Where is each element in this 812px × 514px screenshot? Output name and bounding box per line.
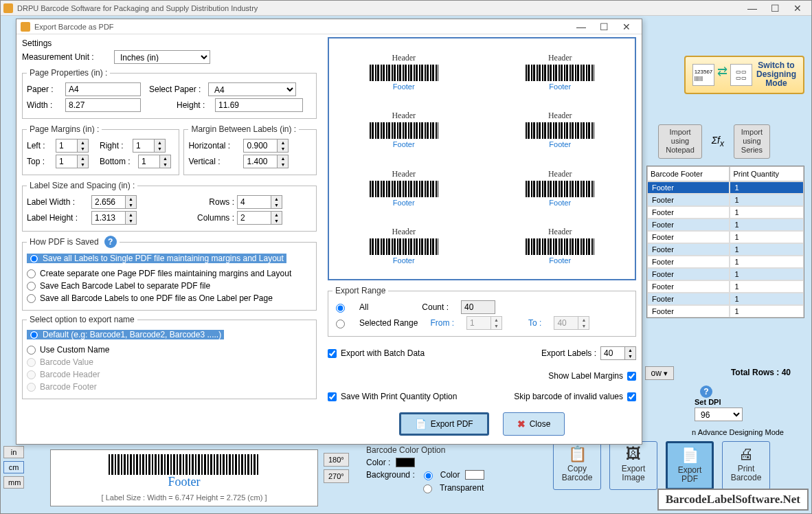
label-height-label: Label Height : [27, 213, 89, 223]
save-opt-3[interactable]: Save Each Barcode Label to separate PDF … [27, 281, 312, 291]
table-row: Footer1 [647, 280, 804, 293]
preview-cell: HeaderFooter [336, 161, 472, 214]
margin-bottom-spinner[interactable]: ▲▼ [138, 155, 171, 168]
width-input[interactable] [65, 98, 141, 112]
copy-barcode-button[interactable]: 📋Copy Barcode [553, 441, 601, 490]
name-opt-custom[interactable]: Use Custom Name [27, 345, 312, 355]
columns-spinner[interactable]: ▲▼ [237, 211, 282, 225]
col-footer[interactable]: Barcode Footer [647, 166, 730, 181]
show-margins-checkbox[interactable] [627, 372, 636, 381]
dialog-maximize-button[interactable]: ☐ [600, 21, 609, 32]
from-label: From : [430, 318, 454, 328]
measurement-unit-select[interactable]: Inches (in) [114, 50, 210, 64]
name-opt-value: Barcode Value [27, 357, 312, 367]
margin-right-label: Right : [100, 141, 130, 150]
col-qty[interactable]: Print Quantity [730, 166, 804, 181]
data-table[interactable]: Barcode FooterPrint Quantity Footer1 Foo… [646, 166, 804, 318]
rotate-270-button[interactable]: 270° [324, 469, 349, 483]
label-size-group: Label Size and Spacing (in) : Label Widt… [22, 181, 317, 232]
maximize-button[interactable]: ☐ [771, 3, 780, 14]
name-opt-header: Barcode Header [27, 370, 312, 379]
paper-label: Paper : [27, 85, 63, 94]
export-pdf-button[interactable]: 📄Export PDF [399, 412, 489, 436]
margin-left-spinner[interactable]: ▲▼ [56, 139, 89, 153]
table-row: Footer1 [647, 181, 804, 194]
name-opt-default[interactable]: Default (e.g: Barcode1, Barcode2, Barcod… [27, 330, 224, 339]
to-label: To : [528, 318, 541, 328]
rotate-180-button[interactable]: 180° [324, 453, 349, 467]
bg-color-swatch[interactable] [465, 470, 484, 480]
bg-color-radio[interactable] [424, 471, 433, 480]
width-label: Width : [27, 100, 63, 110]
label-width-spinner[interactable]: ▲▼ [91, 195, 137, 209]
save-opt-2[interactable]: Create separate one Page PDF files maint… [27, 269, 312, 278]
unit-mm-button[interactable]: mm [3, 476, 24, 489]
series-formula-icon: Σfx [708, 135, 728, 148]
color-swatch[interactable] [396, 458, 415, 467]
close-dialog-button[interactable]: ✖Close [503, 412, 565, 436]
label-size-text: [ Label Size : Width = 6.747 Height = 2.… [55, 493, 313, 502]
advance-mode-text: n Advance Designing Mode [692, 428, 784, 436]
page-properties-group: Page Properties (in) : Paper : Select Pa… [22, 68, 317, 119]
paper-input[interactable] [65, 82, 141, 96]
dpi-select[interactable]: 96 [695, 407, 743, 421]
horizontal-spinner[interactable]: ▲▼ [243, 139, 289, 153]
export-image-button[interactable]: 🖼Export Image [609, 441, 657, 490]
set-dpi-label: Set DPI [695, 398, 743, 406]
export-batch-checkbox[interactable] [328, 349, 337, 358]
close-icon: ✖ [517, 418, 526, 429]
to-spinner: ▲▼ [554, 316, 589, 330]
rows-label: Rows : [201, 197, 234, 207]
margin-top-spinner[interactable]: ▲▼ [56, 155, 89, 168]
dialog-minimize-button[interactable]: — [576, 21, 586, 32]
margin-top-label: Top : [27, 157, 53, 166]
unit-cm-button[interactable]: cm [3, 461, 24, 473]
export-labels-spinner[interactable]: ▲▼ [600, 346, 636, 360]
export-labels-label: Export Labels : [541, 348, 596, 358]
skip-invalid-checkbox[interactable] [627, 392, 636, 401]
how-saved-legend: How PDF is Saved? [27, 236, 120, 248]
range-all-radio[interactable] [336, 304, 345, 313]
preview-cell: HeaderFooter [493, 220, 629, 273]
export-pdf-dialog: Export Barcode as PDF — ☐ ✕ Settings Mea… [16, 19, 642, 445]
bg-preview-footer: Footer [55, 475, 313, 489]
horizontal-label: Horizontal : [188, 141, 240, 150]
export-range-legend: Export Range [332, 286, 388, 295]
save-opt-1[interactable]: Save all Labels to Single PDF file maint… [27, 254, 286, 263]
import-series-button[interactable]: Import using Series [734, 124, 770, 159]
export-pdf-button-bg[interactable]: 📄Export PDF [666, 441, 714, 490]
unit-in-button[interactable]: in [3, 446, 24, 458]
preview-cell: HeaderFooter [336, 45, 472, 98]
pdf-export-icon: 📄 [415, 418, 427, 429]
row-dropdown[interactable]: ow ▾ [645, 366, 674, 380]
vertical-spinner[interactable]: ▲▼ [243, 155, 289, 168]
select-paper-select[interactable]: A4 [208, 82, 296, 96]
height-input[interactable] [215, 98, 303, 112]
margin-right-spinner[interactable]: ▲▼ [133, 139, 166, 153]
count-input [461, 300, 495, 314]
margin-between-group: Margin Between Labels (in) : Horizontal … [183, 124, 317, 175]
how-saved-help-icon[interactable]: ? [104, 236, 117, 248]
rows-spinner[interactable]: ▲▼ [237, 195, 282, 209]
mode-icon-barcode: 123567|||||| [692, 64, 714, 86]
switch-mode-button[interactable]: 123567|||||| ⇄ ▭▭▭▭ Switch to Designing … [684, 56, 804, 94]
margin-between-legend: Margin Between Labels (in) : [188, 124, 299, 134]
close-button[interactable]: ✕ [793, 3, 802, 14]
preview-cell: HeaderFooter [493, 161, 629, 214]
label-height-spinner[interactable]: ▲▼ [91, 211, 137, 225]
export-name-group: Select option to export name Default (e.… [22, 315, 317, 399]
import-notepad-button[interactable]: Import using Notepad [658, 124, 702, 159]
print-barcode-button[interactable]: 🖨Print Barcode [722, 441, 770, 490]
preview-cell: HeaderFooter [336, 104, 472, 157]
page-properties-legend: Page Properties (in) : [27, 68, 110, 78]
dpi-help-icon[interactable]: ? [700, 386, 712, 398]
dialog-close-button[interactable]: ✕ [622, 21, 631, 32]
minimize-button[interactable]: — [747, 3, 757, 14]
color-option-legend: Barcode Color Option [366, 445, 495, 455]
range-selected-radio[interactable] [336, 320, 345, 328]
export-name-legend: Select option to export name [27, 315, 137, 324]
save-opt-4[interactable]: Save all Barcode Labels to one PDF file … [27, 293, 312, 303]
preview-panel: HeaderFooter HeaderFooter HeaderFooter H… [328, 37, 636, 280]
bg-transparent-radio[interactable] [423, 484, 432, 493]
save-qty-checkbox[interactable] [328, 392, 337, 401]
